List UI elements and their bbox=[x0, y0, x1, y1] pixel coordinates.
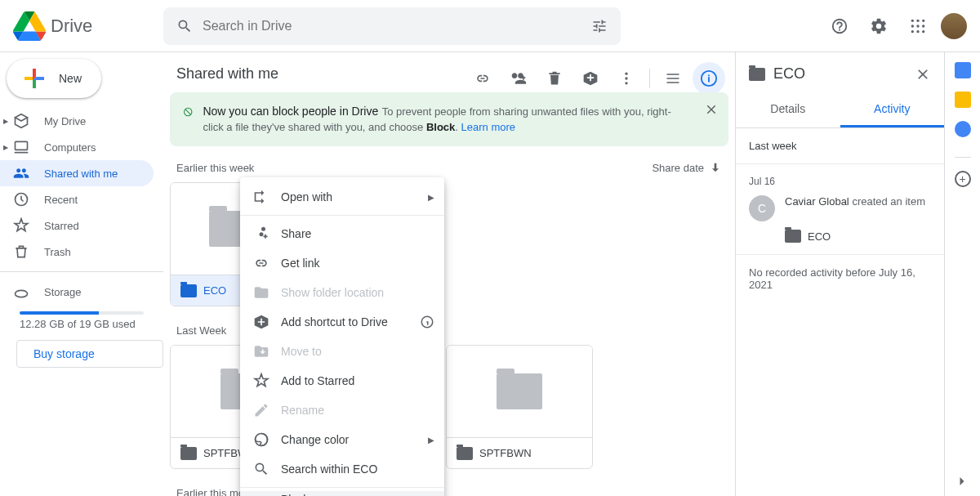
svg-point-12 bbox=[625, 77, 627, 79]
activity-file-link[interactable]: ECO bbox=[785, 230, 931, 243]
add-shortcut-toolbar-icon[interactable] bbox=[574, 62, 607, 95]
add-addon-icon[interactable]: + bbox=[955, 171, 971, 187]
search-input[interactable] bbox=[203, 19, 591, 34]
plus-icon bbox=[20, 64, 49, 93]
svg-point-13 bbox=[625, 82, 627, 84]
chevron-right-icon: ▶ bbox=[428, 436, 434, 445]
nav-starred[interactable]: Starred bbox=[0, 212, 154, 239]
new-button[interactable]: New bbox=[7, 59, 101, 98]
nav-trash[interactable]: Trash bbox=[0, 239, 154, 265]
nav-computers[interactable]: ▶Computers bbox=[0, 134, 154, 160]
calendar-addon-icon[interactable] bbox=[955, 62, 971, 78]
nav-my-drive[interactable]: ▶My Drive bbox=[0, 108, 154, 134]
activity-date: Jul 16 bbox=[749, 176, 931, 187]
search-icon bbox=[176, 18, 193, 34]
svg-point-1 bbox=[916, 19, 919, 21]
ctx-move-to: Move to bbox=[240, 337, 444, 366]
ctx-add-shortcut[interactable]: Add shortcut to Drive bbox=[240, 307, 444, 337]
ctx-search-within[interactable]: Search within ECO bbox=[240, 454, 444, 484]
nav-storage[interactable]: Storage bbox=[0, 279, 154, 305]
svg-point-8 bbox=[922, 30, 924, 33]
folder-icon bbox=[180, 284, 197, 297]
storage-text: 12.28 GB of 19 GB used bbox=[20, 318, 163, 330]
help-icon[interactable] bbox=[823, 10, 856, 42]
banner-close-icon[interactable] bbox=[704, 102, 719, 117]
list-view-icon[interactable] bbox=[657, 62, 689, 95]
hide-side-panel-icon[interactable] bbox=[954, 473, 970, 489]
new-button-label: New bbox=[59, 72, 82, 85]
chevron-right-icon: ▶ bbox=[428, 193, 434, 202]
svg-point-6 bbox=[911, 30, 914, 33]
more-actions-icon[interactable] bbox=[610, 62, 643, 95]
details-title: ECO bbox=[773, 65, 906, 83]
get-link-icon[interactable] bbox=[466, 62, 499, 95]
sort-control[interactable]: Share date bbox=[652, 161, 722, 174]
activity-section-label: Last week bbox=[736, 128, 944, 164]
ctx-get-link[interactable]: Get link bbox=[240, 248, 444, 278]
settings-icon[interactable] bbox=[862, 10, 895, 42]
folder-icon bbox=[749, 68, 765, 81]
block-banner-icon bbox=[183, 104, 193, 120]
activity-item: Jul 16 C Caviar Global created an item E… bbox=[736, 164, 944, 255]
nav-recent[interactable]: Recent bbox=[0, 186, 154, 212]
ctx-change-color[interactable]: Change color ▶ bbox=[240, 425, 444, 454]
section-earlier-week: Earlier this week bbox=[176, 162, 254, 174]
info-banner: Now you can block people in Drive To pre… bbox=[170, 92, 728, 146]
ctx-share[interactable]: Share bbox=[240, 219, 444, 248]
banner-title: Now you can block people in Drive bbox=[203, 105, 378, 118]
keep-addon-icon[interactable] bbox=[955, 92, 971, 108]
folder-icon bbox=[785, 230, 801, 243]
tab-activity[interactable]: Activity bbox=[840, 92, 945, 127]
svg-point-0 bbox=[911, 19, 914, 21]
storage-bar bbox=[20, 311, 144, 315]
search-filter-icon[interactable] bbox=[591, 18, 608, 34]
nav-shared-with-me[interactable]: Shared with me bbox=[0, 160, 154, 186]
ctx-block-user[interactable]: Block caviarglobal11@gmail.com bbox=[240, 491, 444, 496]
app-name: Drive bbox=[51, 16, 92, 37]
svg-point-5 bbox=[922, 25, 924, 27]
ctx-rename: Rename bbox=[240, 395, 444, 425]
view-details-icon[interactable] bbox=[693, 62, 725, 95]
sort-arrow-icon bbox=[709, 161, 722, 174]
tab-details[interactable]: Details bbox=[736, 92, 840, 127]
section-last-week: Last Week bbox=[176, 324, 226, 337]
drive-logo[interactable]: Drive bbox=[7, 11, 163, 41]
ctx-open-with[interactable]: Open with ▶ bbox=[240, 182, 444, 212]
learn-more-link[interactable]: Learn more bbox=[461, 121, 515, 133]
buy-storage-button[interactable]: Buy storage bbox=[16, 340, 163, 368]
svg-point-3 bbox=[911, 25, 914, 27]
account-avatar[interactable] bbox=[941, 13, 967, 39]
share-icon[interactable] bbox=[502, 62, 535, 95]
svg-point-2 bbox=[922, 19, 924, 21]
svg-point-4 bbox=[916, 25, 919, 27]
file-card-sptfbwn-2[interactable]: SPTFBWN bbox=[446, 345, 593, 469]
ctx-add-starred[interactable]: Add to Starred bbox=[240, 366, 444, 395]
info-icon[interactable] bbox=[420, 315, 434, 329]
apps-icon[interactable] bbox=[902, 10, 934, 42]
no-activity-text: No recorded activity before July 16, 202… bbox=[736, 255, 944, 302]
activity-avatar: C bbox=[749, 195, 775, 221]
tasks-addon-icon[interactable] bbox=[955, 121, 971, 137]
svg-point-11 bbox=[625, 73, 627, 75]
close-details-icon[interactable] bbox=[915, 66, 931, 83]
svg-point-7 bbox=[916, 30, 919, 33]
search-bar[interactable] bbox=[163, 7, 621, 45]
folder-icon bbox=[457, 447, 473, 460]
context-menu: Open with ▶ Share Get link Show folder l… bbox=[240, 177, 444, 496]
remove-icon[interactable] bbox=[538, 62, 571, 95]
folder-icon bbox=[180, 447, 197, 460]
svg-rect-9 bbox=[16, 141, 28, 150]
ctx-show-folder: Show folder location bbox=[240, 278, 444, 307]
